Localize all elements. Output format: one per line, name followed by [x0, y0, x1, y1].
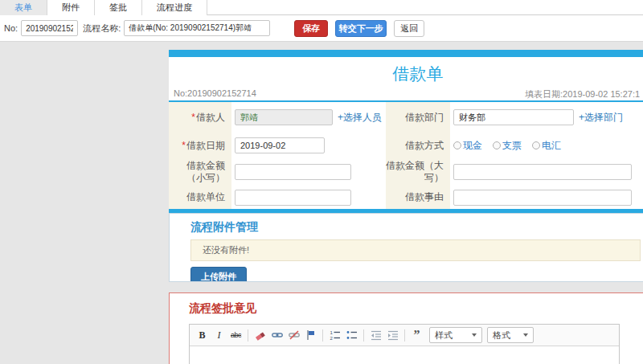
- attachment-panel: 流程附件管理 还没有附件! 上传附件: [169, 213, 643, 282]
- tab-process-progress[interactable]: 流程进度: [142, 0, 207, 15]
- editor-content-area[interactable]: [190, 346, 619, 364]
- forward-next-step-button[interactable]: 转交下一步: [335, 20, 387, 37]
- loan-method-field: 现金 支票 电汇: [450, 133, 643, 158]
- anchor-flag-icon[interactable]: [303, 328, 318, 342]
- loan-reason-field: [450, 186, 643, 209]
- svg-text:2: 2: [330, 336, 333, 341]
- page-title: 借款单: [169, 57, 643, 88]
- department-input[interactable]: [453, 109, 574, 125]
- process-name-label: 流程名称:: [83, 22, 121, 35]
- radio-circle-icon: [532, 141, 540, 149]
- process-name-input[interactable]: [124, 20, 270, 36]
- amount-upper-field: [450, 158, 643, 186]
- link-icon[interactable]: [269, 328, 285, 342]
- top-toolbar: No: 流程名称: 保存 转交下一步 返回: [0, 15, 643, 42]
- doc-number: No:20190902152714: [174, 88, 256, 98]
- radio-cheque[interactable]: 支票: [493, 139, 522, 153]
- amount-lower-label: 借款金额（小写）: [169, 158, 231, 186]
- remove-format-icon[interactable]: [252, 328, 268, 342]
- bold-icon[interactable]: B: [195, 328, 210, 342]
- fill-date: 填表日期:2019-09-02 15:27:1: [525, 88, 640, 100]
- loan-form-grid: * 借款人 +选择人员 借款部门 +选择部门 * 借款日期: [169, 102, 643, 209]
- required-mark: *: [182, 140, 186, 152]
- outdent-icon[interactable]: [368, 328, 383, 342]
- chevron-down-icon: [523, 333, 528, 337]
- italic-icon[interactable]: I: [211, 328, 227, 342]
- loan-method-label: 借款方式: [386, 133, 450, 158]
- back-button[interactable]: 返回: [394, 20, 424, 37]
- loan-unit-input[interactable]: [235, 190, 351, 206]
- toolbar-separator: [404, 329, 405, 342]
- approval-section-title: 流程签批意见: [189, 301, 643, 316]
- amount-lower-input[interactable]: [235, 164, 351, 180]
- chevron-down-icon: [472, 333, 477, 337]
- blockquote-icon[interactable]: ”: [409, 328, 424, 342]
- rich-text-editor: B I abc 12: [189, 324, 620, 364]
- department-label: 借款部门: [386, 102, 450, 133]
- styles-dropdown[interactable]: 样式: [429, 327, 482, 343]
- radio-cash[interactable]: 现金: [453, 139, 482, 153]
- no-attachment-notice: 还没有附件!: [190, 239, 641, 261]
- loan-date-field: [231, 133, 386, 158]
- tab-attachment[interactable]: 附件: [47, 0, 95, 15]
- select-person-link[interactable]: +选择人员: [338, 111, 382, 125]
- attachment-section-title: 流程附件管理: [190, 220, 643, 235]
- toolbar-separator: [322, 329, 323, 342]
- no-input[interactable]: [21, 20, 78, 36]
- indent-icon[interactable]: [385, 328, 400, 342]
- upload-attachment-button[interactable]: 上传附件: [190, 267, 247, 282]
- strikethrough-icon[interactable]: abc: [228, 328, 244, 342]
- tab-bar: 表单 附件 签批 流程进度: [0, 0, 643, 15]
- svg-text:1: 1: [330, 330, 333, 335]
- unlink-icon[interactable]: [286, 328, 301, 342]
- tab-form[interactable]: 表单: [0, 0, 47, 15]
- doc-meta: No:20190902152714 填表日期:2019-09-02 15:27:…: [169, 88, 643, 100]
- amount-upper-label: 借款金额（大写）: [386, 158, 450, 186]
- loan-date-input[interactable]: [235, 137, 325, 153]
- borrower-field: +选择人员: [231, 102, 386, 133]
- radio-circle-icon: [493, 141, 501, 149]
- borrower-label: * 借款人: [169, 102, 231, 133]
- loan-reason-input[interactable]: [453, 190, 632, 206]
- save-button[interactable]: 保存: [294, 20, 328, 37]
- loan-form-page: 表单 附件 签批 流程进度 No: 流程名称: 保存 转交下一步 返回 借款单 …: [0, 0, 643, 364]
- bulleted-list-icon[interactable]: [344, 328, 359, 342]
- radio-wire-transfer[interactable]: 电汇: [532, 139, 561, 153]
- approval-panel: 流程签批意见 B I abc: [169, 292, 643, 364]
- loan-form-panel: 借款单 No:20190902152714 填表日期:2019-09-02 15…: [169, 50, 643, 213]
- tab-approval[interactable]: 签批: [95, 0, 142, 15]
- toolbar-separator: [363, 329, 364, 342]
- toolbar-separator: [248, 329, 248, 342]
- department-field: +选择部门: [450, 102, 643, 133]
- loan-reason-label: 借款事由: [386, 186, 450, 209]
- loan-unit-field: [231, 186, 386, 209]
- loan-date-label: * 借款日期: [169, 133, 231, 158]
- loan-unit-label: 借款单位: [169, 186, 231, 209]
- amount-lower-field: [231, 158, 386, 186]
- borrower-input[interactable]: [235, 109, 333, 125]
- editor-toolbar: B I abc 12: [190, 325, 619, 346]
- numbered-list-icon[interactable]: 12: [327, 328, 342, 342]
- radio-circle-icon: [453, 141, 461, 149]
- panel-top-bar: [169, 50, 643, 57]
- required-mark: *: [191, 112, 195, 124]
- amount-upper-input[interactable]: [453, 164, 632, 180]
- no-label: No:: [4, 23, 18, 33]
- select-department-link[interactable]: +选择部门: [579, 111, 623, 125]
- format-dropdown[interactable]: 格式: [487, 327, 534, 343]
